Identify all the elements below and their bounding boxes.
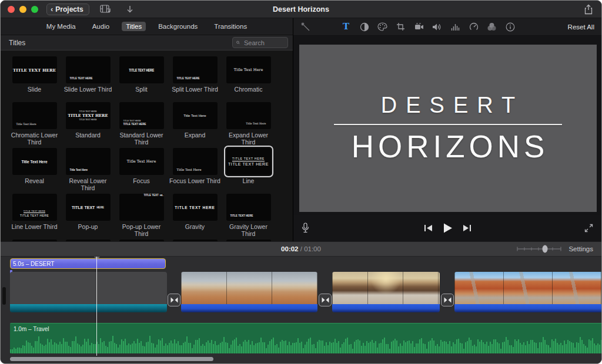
title-style-label: Line <box>243 178 255 191</box>
title-style-label: Focus Lower Third <box>169 178 220 191</box>
title-style-style-20[interactable] <box>8 237 61 241</box>
tab-transitions[interactable]: Transitions <box>210 22 251 31</box>
playhead[interactable] <box>96 257 97 356</box>
title-style-standard[interactable]: TITLE TEXT HERETITLE TEXT HERETITLE TEXT… <box>61 100 115 146</box>
transition-icon-2[interactable] <box>319 294 332 306</box>
title-preview-text: HE.. <box>160 194 164 197</box>
transition-icon-3[interactable] <box>441 294 454 306</box>
title-style-style-21[interactable] <box>61 237 115 241</box>
timeline-side-handle[interactable] <box>2 287 6 305</box>
clip-filter-icon[interactable] <box>487 22 497 32</box>
title-preview-text: Title Text Here <box>246 122 266 125</box>
video-clip-1[interactable] <box>10 272 167 312</box>
tab-titles[interactable]: Titles <box>122 22 146 31</box>
title-style-split[interactable]: TITLE TEXT HERESplit <box>115 54 168 100</box>
timeline-horizontal-scrollbar[interactable] <box>10 357 213 361</box>
title-style-slide[interactable]: TITLE TEXT HERESlide <box>8 54 61 100</box>
title-style-style-23[interactable] <box>168 237 222 241</box>
speed-icon[interactable] <box>469 22 479 32</box>
title-style-label: Slide <box>28 86 41 100</box>
title-style-gravity[interactable]: TITLE TEXT HEREGravity <box>168 191 222 237</box>
title-style-slide-lower-third[interactable]: TITLE TEXT HERESlide Lower Third <box>61 54 115 100</box>
traffic-lights <box>8 6 38 13</box>
video-clip-2[interactable] <box>181 272 317 312</box>
zoom-window-button[interactable] <box>31 6 38 13</box>
title-style-reveal[interactable]: Title Text HereReveal <box>8 146 61 191</box>
crop-icon[interactable] <box>396 22 406 32</box>
noise-equalizer-icon[interactable] <box>450 22 461 32</box>
title-style-style-22[interactable] <box>115 237 168 241</box>
audio-waveform <box>10 335 601 353</box>
title-preview-text: TITLE TEXT HERE <box>175 205 215 210</box>
color-correction-icon[interactable] <box>377 22 388 32</box>
titles-grid: TITLE TEXT HERESlideTITLE TEXT HERESlide… <box>1 50 293 241</box>
skip-forward-button[interactable] <box>463 224 471 232</box>
transition-icon-1[interactable] <box>168 294 180 306</box>
title-style-chromatic-lower-third[interactable]: Title Text HereChromatic Lower Third <box>8 100 61 146</box>
title-style-line-lower-third[interactable]: TITLE TEXT HERETITLE TEXT HERELine Lower… <box>8 191 61 237</box>
title-preview-text: TITLE TEXT <box>143 194 158 197</box>
title-preview-text: TITLE TEXT HERE <box>70 77 93 80</box>
title-style-label: Expand <box>185 132 206 146</box>
volume-icon[interactable] <box>432 22 443 32</box>
video-clip-3-filmstrip <box>332 272 440 304</box>
playback-controls <box>293 215 601 241</box>
title-preview-text: TITLE TEXT HERE <box>79 110 96 113</box>
project-title: Desert Horizons <box>1 5 601 14</box>
stabilization-icon[interactable] <box>414 22 424 32</box>
preview-canvas[interactable]: DESERT HORIZONS <box>299 45 597 212</box>
title-style-gravity-lower-third[interactable]: TITLE TEXT HEREGravity Lower Third <box>222 191 275 237</box>
video-clip-4-filmstrip <box>454 272 601 304</box>
title-style-reveal-lower-third[interactable]: Title Text HereReveal Lower Third <box>61 146 115 191</box>
search-input[interactable] <box>243 39 284 47</box>
title-style-label: Standard <box>75 132 101 146</box>
background-music-clip[interactable]: 1.0m – Travel <box>10 323 601 353</box>
title-clip[interactable]: 5.0s – DESERT <box>10 258 166 269</box>
title-style-expand[interactable]: Title Text HereExpand <box>168 100 222 146</box>
audio-clip-label: 1.0m – Travel <box>14 326 601 332</box>
title-style-focus[interactable]: Title Text HereFocus <box>115 146 168 191</box>
title-style-focus-lower-third[interactable]: Title Text HereFocus Lower Third <box>168 146 222 191</box>
tab-backgrounds[interactable]: Backgrounds <box>154 22 202 31</box>
media-library-icon[interactable] <box>100 5 111 14</box>
title-style-standard-lower-third[interactable]: TITLE TEXT HERETITLE TEXT HEREStandard L… <box>115 100 168 146</box>
title-preview-text: TITLE TEXT HERE <box>79 119 96 121</box>
title-style-style-24[interactable] <box>222 237 275 241</box>
video-clip-4[interactable] <box>454 272 601 312</box>
video-clip-3[interactable] <box>332 272 440 312</box>
title-style-chromatic[interactable]: Title Text HereChromatic <box>222 54 275 100</box>
info-icon[interactable] <box>505 22 516 32</box>
title-overlay-line1[interactable]: DESERT <box>372 93 524 118</box>
close-window-button[interactable] <box>8 6 15 13</box>
title-preview-text: TITLE TEXT HERE <box>13 68 56 73</box>
projects-back-button[interactable]: ‹ Projects <box>46 4 89 15</box>
tab-my-media[interactable]: My Media <box>42 22 80 31</box>
titles-browser-header: Titles <box>1 35 293 50</box>
title-thumbnail: Title Text Here <box>226 102 271 129</box>
title-style-label: Split Lower Third <box>172 86 218 100</box>
title-thumbnail: Title Text Here <box>173 102 218 129</box>
share-icon[interactable] <box>584 4 593 15</box>
media-browser-panel: My Media Audio Titles Backgrounds Transi… <box>1 18 293 241</box>
import-media-icon[interactable] <box>126 5 133 14</box>
imovie-window: ‹ Projects Desert Horizons <box>0 0 602 364</box>
color-balance-icon[interactable] <box>359 22 370 32</box>
chevron-left-icon: ‹ <box>51 5 53 13</box>
title-style-pop-up[interactable]: TITLE TEXTHEREPop-up <box>61 191 115 237</box>
skip-back-button[interactable] <box>424 224 433 232</box>
search-field[interactable] <box>232 37 288 48</box>
title-thumbnail: TITLE TEXT HERE <box>173 194 218 221</box>
tab-audio[interactable]: Audio <box>88 22 113 31</box>
title-style-line[interactable]: TITLE TEXT HERETITLE TEXT HERELine <box>222 146 275 191</box>
reset-all-button[interactable]: Reset All <box>568 23 594 31</box>
title-overlay-line2[interactable]: HORIZONS <box>347 129 549 164</box>
auto-enhance-icon[interactable] <box>300 22 311 32</box>
title-style-pop-up-lower-third[interactable]: TITLE TEXTHE..Pop-up Lower Third <box>115 191 168 237</box>
title-style-expand-lower-third[interactable]: Title Text HereExpand Lower Third <box>222 100 275 146</box>
title-preview-text: TITLE TEXT HERE <box>68 113 108 118</box>
play-button[interactable] <box>442 223 453 234</box>
title-style-split-lower-third[interactable]: TITLE TEXT HERESplit Lower Third <box>168 54 222 100</box>
titles-tool-icon[interactable]: T <box>341 22 352 32</box>
title-preview-text: TITLE TEXT HERE <box>232 157 265 161</box>
minimize-window-button[interactable] <box>19 6 26 13</box>
